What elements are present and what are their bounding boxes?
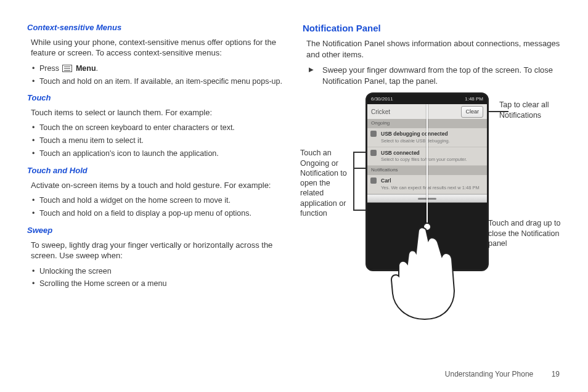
touch-item: Touch the on screen keyboard to enter ch… <box>32 123 285 133</box>
notif-sub: Select to disable USB debugging. <box>381 138 483 144</box>
leader-line <box>353 152 367 153</box>
para-notif: The Notification Panel shows information… <box>306 38 561 60</box>
right-column: Notification Panel The Notification Pane… <box>303 22 561 295</box>
touch-bullets: Touch the on screen keyboard to enter ch… <box>32 123 285 159</box>
leader-line <box>353 168 365 169</box>
heading-touch-hold: Touch and Hold <box>27 165 285 176</box>
callout-touch-to-open: Touch an Ongoing or Notification to open… <box>300 148 354 218</box>
heading-context-menus: Context-sensitive Menus <box>27 22 285 33</box>
menu-label: Menu <box>76 64 96 73</box>
clear-button[interactable]: Clear <box>461 106 483 117</box>
chapter-title: Understanding Your Phone <box>445 370 533 378</box>
touch-item: Touch an application's icon to launch th… <box>32 149 285 159</box>
press-suffix: . <box>96 64 98 73</box>
carrier-name: Cricket <box>371 108 390 116</box>
heading-notification-panel: Notification Panel <box>303 22 561 35</box>
heading-touch: Touch <box>27 92 285 104</box>
hand-illustration <box>372 227 483 325</box>
drag-indicator-line <box>427 104 428 227</box>
touch-hold-item: Touch and hold a widget on the home scre… <box>32 195 285 206</box>
para-sweep: To sweep, lightly drag your finger verti… <box>31 240 285 261</box>
sweep-item: Scrolling the Home screen or a menu <box>32 279 285 289</box>
para-touch-hold: Activate on-screen items by a touch and … <box>31 180 285 191</box>
touch-hold-bullets: Touch and hold a widget on the home scre… <box>32 195 285 219</box>
context-bullets: Press Menu. Touch and hold on an item. I… <box>32 63 285 87</box>
notif-steps: Sweep your finger downward from the top … <box>309 65 561 86</box>
heading-sweep: Sweep <box>27 225 285 236</box>
touch-item: Touch a menu item to select it. <box>32 136 285 146</box>
para-touch: Touch items to select or launch them. Fo… <box>31 107 285 118</box>
notif-step: Sweep your finger downward from the top … <box>309 65 561 86</box>
notif-title: USB debugging connected <box>381 131 483 137</box>
callout-clear-all: Tap to clear all Notifications <box>499 100 563 120</box>
page-footer: Understanding Your Phone 19 <box>445 370 560 378</box>
bullet-press-menu: Press Menu. <box>32 63 285 74</box>
status-bar: 6/30/2011 1:48 PM <box>367 94 487 104</box>
page-number: 19 <box>552 370 560 378</box>
bullet-hold-item: Touch and hold on an item. If available,… <box>32 76 285 87</box>
press-prefix: Press <box>39 64 61 73</box>
notif-sub: Yes. We can expect final results next w … <box>381 185 483 191</box>
menu-icon <box>62 65 72 72</box>
status-date: 6/30/2011 <box>371 96 393 103</box>
figure-notification-panel: Touch an Ongoing or Notification to open… <box>303 92 561 290</box>
leader-line <box>353 210 367 211</box>
sweep-bullets: Unlocking the screen Scrolling the Home … <box>32 266 285 290</box>
notif-title: USB connected <box>381 150 483 157</box>
status-time: 1:48 PM <box>465 96 483 103</box>
callout-drag-close: Touch and drag up to close the Notificat… <box>488 218 563 248</box>
notif-sub: Select to copy files to/from your comput… <box>381 157 483 163</box>
notif-title: Carl <box>381 178 483 184</box>
sweep-item: Unlocking the screen <box>32 266 285 277</box>
touch-hold-item: Touch and hold on a field to display a p… <box>32 208 285 219</box>
left-column: Context-sensitive Menus While using your… <box>27 22 285 295</box>
para-context: While using your phone, context-sensitiv… <box>31 37 285 59</box>
